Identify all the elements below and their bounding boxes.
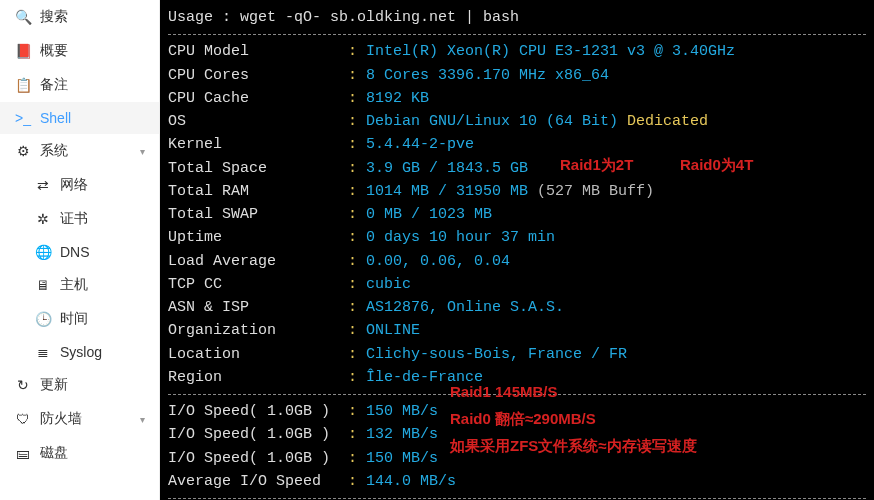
clipboard-icon: 📋: [14, 77, 32, 93]
terminal-icon: >_: [14, 110, 32, 126]
term-cpu-cache: CPU Cache : 8192 KB: [168, 87, 866, 110]
chevron-down-icon: ▾: [140, 146, 145, 157]
sidebar-item-label: 更新: [40, 376, 68, 394]
sidebar-item-label: DNS: [60, 244, 90, 260]
sidebar-item-label: 时间: [60, 310, 88, 328]
refresh-icon: ↻: [14, 377, 32, 393]
sidebar-item-label: 主机: [60, 276, 88, 294]
sidebar-item-label: 网络: [60, 176, 88, 194]
annotation-raid0-speed: Raid0 翻倍≈290MB/S: [450, 407, 596, 430]
sidebar-item-label: 系统: [40, 142, 68, 160]
term-location: Location : Clichy-sous-Bois, France / FR: [168, 343, 866, 366]
globe-icon: 🌐: [34, 244, 52, 260]
book-icon: 📕: [14, 43, 32, 59]
host-icon: 🖥: [34, 277, 52, 293]
swap-icon: ⇄: [34, 177, 52, 193]
term-load: Load Average : 0.00, 0.06, 0.04: [168, 250, 866, 273]
sidebar-item-firewall[interactable]: 🛡防火墙▾: [0, 402, 159, 436]
sidebar-subgroup-system: ⇄网络 ✲证书 🌐DNS 🖥主机 🕒时间 ≣Syslog: [0, 168, 159, 368]
term-total-space: Total Space : 3.9 GB / 1843.5 GB: [168, 157, 866, 180]
term-os: OS : Debian GNU/Linux 10 (64 Bit) Dedica…: [168, 110, 866, 133]
annotation-raid1-2t: Raid1为2T: [560, 153, 633, 176]
disk-icon: 🖴: [14, 445, 32, 461]
sidebar-item-network[interactable]: ⇄网络: [0, 168, 159, 202]
sidebar-item-time[interactable]: 🕒时间: [0, 302, 159, 336]
sidebar-item-shell[interactable]: >_Shell: [0, 102, 159, 134]
term-uptime: Uptime : 0 days 10 hour 37 min: [168, 226, 866, 249]
term-total-swap: Total SWAP : 0 MB / 1023 MB: [168, 203, 866, 226]
sidebar-item-disk[interactable]: 🖴磁盘: [0, 436, 159, 470]
gear-icon: ⚙: [14, 143, 32, 159]
chevron-down-icon: ▾: [140, 414, 145, 425]
annotation-raid0-4t: Raid0为4T: [680, 153, 753, 176]
sidebar-item-dns[interactable]: 🌐DNS: [0, 236, 159, 268]
sidebar-item-label: 磁盘: [40, 444, 68, 462]
annotation-raid1-speed: Raid1 145MB/S: [450, 380, 558, 403]
shield-icon: 🛡: [14, 411, 32, 427]
sidebar-item-search[interactable]: 🔍搜索: [0, 0, 159, 34]
term-tcp: TCP CC : cubic: [168, 273, 866, 296]
divider: [168, 498, 866, 499]
sidebar-item-label: 防火墙: [40, 410, 82, 428]
term-total-ram: Total RAM : 1014 MB / 31950 MB (527 MB B…: [168, 180, 866, 203]
term-cpu-cores: CPU Cores : 8 Cores 3396.170 MHz x86_64: [168, 64, 866, 87]
sidebar-item-syslog[interactable]: ≣Syslog: [0, 336, 159, 368]
sidebar-item-label: Shell: [40, 110, 71, 126]
clock-icon: 🕒: [34, 311, 52, 327]
list-icon: ≣: [34, 344, 52, 360]
sidebar-item-summary[interactable]: 📕概要: [0, 34, 159, 68]
sidebar-item-label: 概要: [40, 42, 68, 60]
sidebar-item-notes[interactable]: 📋备注: [0, 68, 159, 102]
term-io-avg: Average I/O Speed : 144.0 MB/s: [168, 470, 866, 493]
sidebar-item-label: Syslog: [60, 344, 102, 360]
sidebar-item-update[interactable]: ↻更新: [0, 368, 159, 402]
term-kernel: Kernel : 5.4.44-2-pve: [168, 133, 866, 156]
sidebar-item-label: 搜索: [40, 8, 68, 26]
search-icon: 🔍: [14, 9, 32, 25]
sidebar-item-certs[interactable]: ✲证书: [0, 202, 159, 236]
sidebar-item-system[interactable]: ⚙系统▾: [0, 134, 159, 168]
sidebar: 🔍搜索 📕概要 📋备注 >_Shell ⚙系统▾ ⇄网络 ✲证书 🌐DNS 🖥主…: [0, 0, 160, 500]
divider: [168, 34, 866, 35]
sidebar-item-host[interactable]: 🖥主机: [0, 268, 159, 302]
annotation-zfs-note: 如果采用ZFS文件系统≈内存读写速度: [450, 434, 697, 457]
term-org: Organization : ONLINE: [168, 319, 866, 342]
term-asn: ASN & ISP : AS12876, Online S.A.S.: [168, 296, 866, 319]
terminal-panel[interactable]: Usage : wget -qO- sb.oldking.net | bash …: [160, 0, 874, 500]
term-cpu-model: CPU Model : Intel(R) Xeon(R) CPU E3-1231…: [168, 40, 866, 63]
sidebar-item-label: 备注: [40, 76, 68, 94]
sidebar-item-label: 证书: [60, 210, 88, 228]
cert-icon: ✲: [34, 211, 52, 227]
term-usage: Usage : wget -qO- sb.oldking.net | bash: [168, 6, 866, 29]
